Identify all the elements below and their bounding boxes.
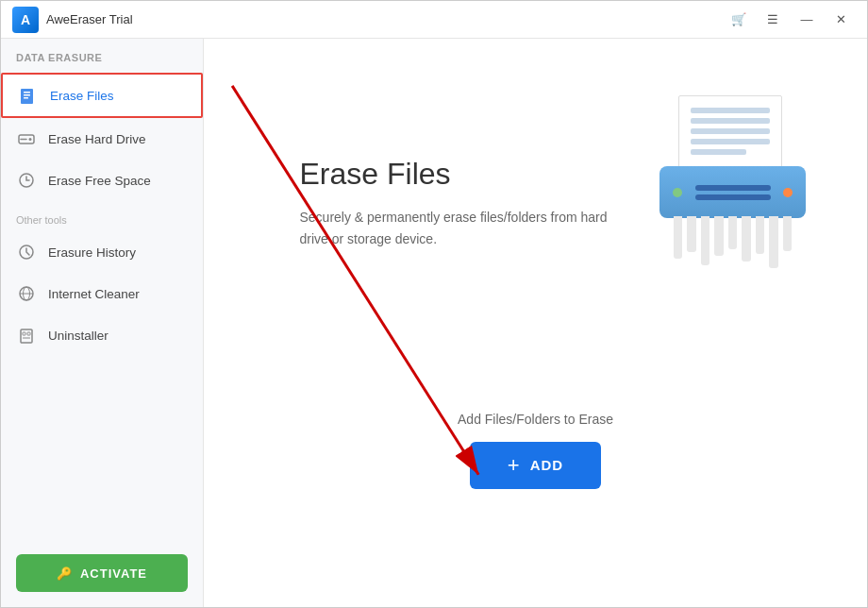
shredder-dot-orange <box>783 188 793 197</box>
paper-line-4 <box>691 139 770 144</box>
svg-rect-1 <box>24 92 30 93</box>
paper-line-1 <box>691 108 770 113</box>
shredder-body <box>659 166 806 218</box>
erase-free-space-label: Erase Free Space <box>48 174 151 188</box>
sidebar-item-uninstaller[interactable]: Uninstaller <box>1 314 203 356</box>
main-content: Erase Files Securely & permanently erase… <box>204 39 867 607</box>
strip-9 <box>783 216 792 251</box>
strip-6 <box>742 216 750 262</box>
page-title: Erase Files <box>300 157 451 192</box>
strip-3 <box>701 216 709 265</box>
svg-point-5 <box>29 138 32 141</box>
strip-1 <box>674 216 682 259</box>
title-bar: A AweEraser Trial 🛒 ☰ — ✕ <box>1 1 867 39</box>
erase-free-space-icon <box>16 170 37 191</box>
sidebar-item-erasure-history[interactable]: Erasure History <box>1 231 203 273</box>
svg-rect-0 <box>21 89 33 104</box>
activate-label: ACTIVATE <box>80 566 147 581</box>
paper-line-3 <box>691 128 770 134</box>
activate-button[interactable]: 🔑 ACTIVATE <box>16 554 188 592</box>
internet-cleaner-label: Internet Cleaner <box>48 287 140 301</box>
sidebar-item-erase-files[interactable]: Erase Files <box>1 73 203 118</box>
strip-7 <box>756 216 764 254</box>
history-icon <box>16 242 37 262</box>
plus-icon: + <box>508 455 521 476</box>
key-icon: 🔑 <box>57 566 73 581</box>
sidebar-bottom: 🔑 ACTIVATE <box>1 539 203 607</box>
app-icon: A <box>12 7 39 33</box>
shredder-illustration <box>659 95 810 265</box>
shredder-graphic <box>659 95 810 265</box>
svg-rect-2 <box>24 94 30 96</box>
add-button-label: ADD <box>530 457 564 473</box>
erase-files-icon <box>18 85 39 106</box>
sidebar-item-erase-free-space[interactable]: Erase Free Space <box>1 160 203 201</box>
erase-files-label: Erase Files <box>50 89 114 103</box>
svg-rect-15 <box>23 337 30 339</box>
add-button[interactable]: + ADD <box>470 442 601 489</box>
sidebar-item-internet-cleaner[interactable]: Internet Cleaner <box>1 273 203 314</box>
sidebar-section-label: Data Erasure <box>1 39 203 73</box>
title-bar-controls: 🛒 ☰ — ✕ <box>724 7 856 33</box>
app-body: Data Erasure Erase Files <box>1 39 867 607</box>
strip-5 <box>728 216 737 249</box>
svg-rect-14 <box>27 332 30 335</box>
erase-hard-drive-label: Erase Hard Drive <box>48 132 146 146</box>
shredder-slot-bottom <box>695 194 771 200</box>
app-window: A AweEraser Trial 🛒 ☰ — ✕ Data Erasure <box>0 0 868 608</box>
menu-button[interactable]: ☰ <box>758 7 788 33</box>
app-title: AweEraser Trial <box>46 12 133 26</box>
close-button[interactable]: ✕ <box>826 7 856 33</box>
shredder-slot-top <box>695 185 771 191</box>
cart-button[interactable]: 🛒 <box>724 7 754 33</box>
svg-rect-12 <box>21 329 32 343</box>
other-tools-label: Other tools <box>1 201 203 231</box>
minimize-button[interactable]: — <box>792 7 822 33</box>
shredder-dot-green <box>673 188 682 197</box>
paper-line-2 <box>691 118 770 124</box>
sidebar-item-erase-hard-drive[interactable]: Erase Hard Drive <box>1 118 203 160</box>
sidebar: Data Erasure Erase Files <box>1 39 204 607</box>
add-files-label: Add Files/Folders to Erase <box>458 412 613 427</box>
title-bar-left: A AweEraser Trial <box>12 7 133 33</box>
shredder-strips <box>674 216 792 268</box>
strip-2 <box>687 216 695 252</box>
uninstaller-label: Uninstaller <box>48 329 108 343</box>
paper-line-5 <box>691 149 746 155</box>
hard-drive-icon <box>16 128 37 149</box>
uninstaller-icon <box>16 325 37 346</box>
svg-rect-13 <box>23 332 25 335</box>
page-description: Securely & permanently erase files/folde… <box>300 207 621 249</box>
strip-4 <box>714 216 723 256</box>
internet-cleaner-icon <box>16 283 37 304</box>
svg-rect-3 <box>24 97 28 99</box>
strip-8 <box>769 216 777 268</box>
erasure-history-label: Erasure History <box>48 245 136 260</box>
